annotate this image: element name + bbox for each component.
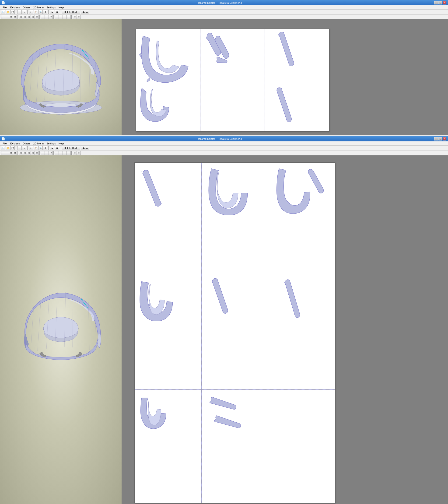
tb2-btn18-1[interactable]: ⊖: [77, 15, 81, 19]
menu-3d-1[interactable]: 3D Menu: [8, 6, 21, 9]
tb2-btn12-2[interactable]: ⟲: [49, 151, 53, 155]
tb2-btn7-1[interactable]: ◳: [27, 15, 31, 19]
tb2-btn13-1[interactable]: ↑: [55, 15, 59, 19]
menu-help-2[interactable]: Help: [57, 142, 65, 145]
tb2-btn9-2[interactable]: ⬡: [35, 151, 39, 155]
tb2-btn8-2[interactable]: ◰: [31, 151, 35, 155]
maximize-btn-1[interactable]: □: [438, 1, 442, 4]
tb2-btn13-2[interactable]: ↑: [55, 151, 59, 155]
unfold-undo-btn-1[interactable]: Unfold Undo: [62, 10, 80, 14]
tb2-btn12-1[interactable]: ⟲: [49, 15, 53, 19]
tb-btn6-1[interactable]: ⚙: [43, 10, 47, 14]
tb2-btn9-1[interactable]: ⬡: [35, 15, 39, 19]
tb2-btn10-1[interactable]: +: [41, 15, 45, 19]
tb-undo-1[interactable]: ↩: [18, 10, 22, 14]
tb-btn8-1[interactable]: ⏹: [55, 10, 59, 14]
tb-sep-2-2: [27, 146, 28, 150]
tb-sep-2-3: [48, 146, 49, 150]
menu-file-2[interactable]: File: [1, 142, 8, 145]
tb2-btn14-2[interactable]: ↓: [59, 151, 63, 155]
tb-undo-2[interactable]: ↩: [18, 146, 22, 150]
tb2-btn16-2[interactable]: →: [67, 151, 71, 155]
view-3d-2[interactable]: [0, 155, 122, 504]
close-btn-2[interactable]: ✕: [443, 137, 446, 141]
tb2-btn16-1[interactable]: →: [67, 15, 71, 19]
tb2-btn17-1[interactable]: ⊕: [73, 15, 77, 19]
content-1: [0, 19, 448, 135]
tb2-btn11-2[interactable]: -: [45, 151, 49, 155]
window-title-2: collar templates - Pepakura Designer 3: [5, 137, 434, 140]
view-2d-1[interactable]: [122, 19, 448, 135]
tb2-btn14-1[interactable]: ↓: [59, 15, 63, 19]
tb-btn3-1[interactable]: ✂: [29, 10, 33, 14]
tb2-btn15-1[interactable]: ←: [63, 15, 67, 19]
tb2-btn1-1[interactable]: ↕: [1, 15, 5, 19]
titlebar-2: 📄 collar templates - Pepakura Designer 3…: [0, 136, 448, 141]
view-3d-1[interactable]: [0, 19, 122, 135]
menu-file-1[interactable]: File: [1, 6, 8, 9]
tb-btn7-2[interactable]: ▶: [50, 146, 54, 150]
tb2-btn6-2[interactable]: ◲: [23, 151, 27, 155]
tb-new-1[interactable]: 📄: [1, 10, 5, 14]
tb2-btn5-1[interactable]: ◱: [19, 15, 23, 19]
tb2-btn17-2[interactable]: ⊕: [73, 151, 77, 155]
tb2-sep-2-2: [39, 151, 40, 155]
tb2-btn7-2[interactable]: ◳: [27, 151, 31, 155]
tb-sep-4: [60, 10, 61, 14]
tb2-btn10-2[interactable]: +: [41, 151, 45, 155]
tb-new-2[interactable]: 📄: [1, 146, 5, 150]
tb-btn4-2[interactable]: 📋: [34, 146, 38, 150]
tb2-sep-2-3: [54, 151, 54, 155]
tb-redo-1[interactable]: ↪: [22, 10, 26, 14]
menu-others-2[interactable]: Others: [21, 142, 32, 145]
tb-btn6-2[interactable]: ⚙: [43, 146, 47, 150]
menu-help-1[interactable]: Help: [57, 6, 65, 9]
tb2-btn11-1[interactable]: -: [45, 15, 49, 19]
minimize-btn-1[interactable]: _: [434, 1, 438, 4]
tb2-sep-4: [72, 15, 72, 19]
tb2-btn3-2[interactable]: ⊡: [9, 151, 13, 155]
tb-save-2[interactable]: 💾: [11, 146, 15, 150]
paper-sheet-2: [134, 162, 335, 503]
menu-2d-2[interactable]: 2D Menu: [32, 142, 45, 145]
tb2-btn5-2[interactable]: ◱: [19, 151, 23, 155]
menu-3d-2[interactable]: 3D Menu: [8, 142, 21, 145]
view-2d-2[interactable]: [122, 155, 448, 504]
maximize-btn-2[interactable]: □: [438, 137, 442, 141]
menu-settings-1[interactable]: Settings: [45, 6, 57, 9]
grid-v2-2: [268, 163, 268, 503]
tb-redo-2[interactable]: ↪: [22, 146, 26, 150]
tb-sep-1: [16, 10, 17, 14]
tb2-btn4-2[interactable]: ⊞: [13, 151, 17, 155]
tb2-btn8-1[interactable]: ◰: [31, 15, 35, 19]
tb-open-1[interactable]: 📂: [6, 10, 10, 14]
tb-btn4-1[interactable]: 📋: [34, 10, 38, 14]
tb-btn3-2[interactable]: ✂: [29, 146, 33, 150]
tb-btn7-1[interactable]: ▶: [50, 10, 54, 14]
tb2-btn1-2[interactable]: ↕: [1, 151, 5, 155]
tb-btn5-2[interactable]: 🔍: [38, 146, 43, 150]
tb-sep-2: [27, 10, 28, 14]
unfold-undo-btn-2[interactable]: Unfold Undo: [62, 146, 80, 150]
tb2-btn2-1[interactable]: ↔: [5, 15, 9, 19]
auto-btn-1[interactable]: Auto: [81, 10, 89, 14]
close-btn-1[interactable]: ✕: [443, 1, 446, 4]
tb-sep-2-4: [60, 146, 61, 150]
tb-btn5-1[interactable]: 🔍: [38, 10, 43, 14]
menu-2d-1[interactable]: 2D Menu: [32, 6, 45, 9]
tb2-btn15-2[interactable]: ←: [63, 151, 67, 155]
tb-open-2[interactable]: 📂: [6, 146, 10, 150]
menu-settings-2[interactable]: Settings: [45, 142, 57, 145]
titlebar-1: 📄 collar templates - Pepakura Designer 3…: [0, 0, 448, 5]
tb2-btn3-1[interactable]: ⊡: [9, 15, 13, 19]
tb-btn8-2[interactable]: ⏹: [55, 146, 59, 150]
tb2-btn6-1[interactable]: ◲: [23, 15, 27, 19]
tb-save-1[interactable]: 💾: [11, 10, 15, 14]
menu-others-1[interactable]: Others: [21, 6, 32, 9]
minimize-btn-2[interactable]: _: [434, 137, 438, 141]
tb2-btn2-2[interactable]: ↔: [5, 151, 9, 155]
auto-btn-2[interactable]: Auto: [81, 146, 89, 150]
tb2-btn18-2[interactable]: ⊖: [77, 151, 81, 155]
tb2-btn4-1[interactable]: ⊞: [13, 15, 17, 19]
tb-sep-3: [48, 10, 49, 14]
